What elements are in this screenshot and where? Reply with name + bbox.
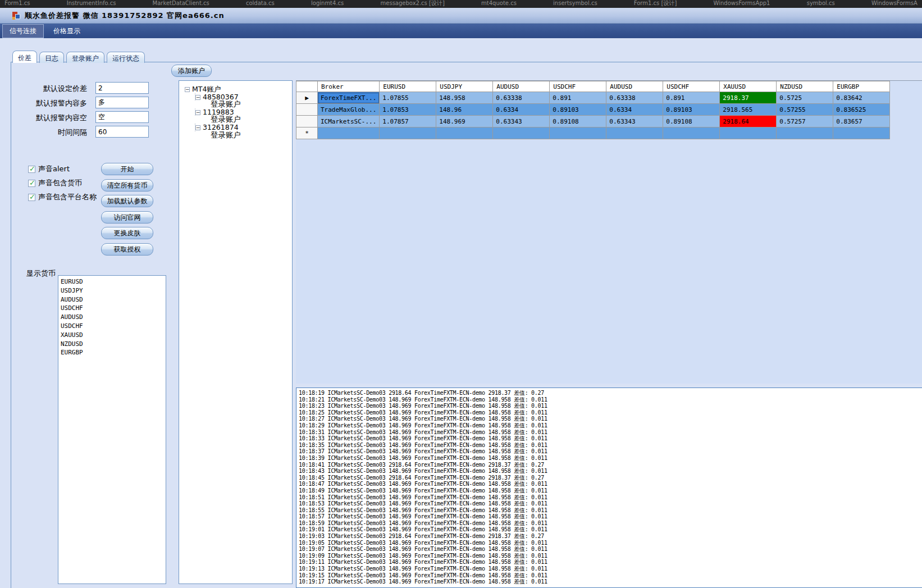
tree-node-account[interactable]: −1119883 (195, 108, 292, 116)
grid-cell[interactable]: 0.6334 (493, 104, 550, 116)
account-tree[interactable]: −MT4账户−48580367登录账户−1119883登录账户−31261874… (179, 80, 293, 584)
grid-cell-empty[interactable] (380, 127, 436, 139)
setting-field-input[interactable] (95, 111, 149, 123)
grid-column-header[interactable]: USDJPY (436, 81, 493, 92)
tree-node-root[interactable]: −MT4账户 (185, 85, 292, 93)
tab-2[interactable]: 登录账户 (66, 52, 104, 63)
collapse-icon[interactable]: − (195, 110, 200, 115)
grid-cell[interactable]: 0.89108 (663, 116, 720, 127)
grid-cell[interactable]: 0.83642 (833, 92, 890, 104)
grid-column-header[interactable]: AUDUSD (493, 81, 550, 92)
setting-field-input[interactable] (95, 82, 149, 94)
grid-cell[interactable]: 1.07857 (380, 116, 436, 127)
grid-cell[interactable]: 0.6334 (606, 104, 663, 116)
grid-cell[interactable]: 0.836525 (833, 104, 890, 116)
grid-cell[interactable]: 0.89108 (550, 116, 606, 127)
sound-checkbox-row[interactable]: ✓声音alert (28, 165, 70, 174)
currency-list-item[interactable]: NZDUSD (61, 340, 163, 349)
tab-1[interactable]: 日志 (39, 52, 64, 63)
grid-cell[interactable]: 0.57255 (777, 104, 833, 116)
grid-cell[interactable]: 148.969 (436, 116, 493, 127)
tree-node-login[interactable]: 登录账户 (211, 131, 292, 139)
tree-node-login[interactable]: 登录账户 (211, 101, 292, 108)
grid-cell[interactable]: 0.63343 (606, 116, 663, 127)
add-account-button[interactable]: 添加账户 (171, 65, 212, 77)
grid-cell-empty[interactable] (606, 127, 663, 139)
grid-cell[interactable]: 0.891 (663, 92, 720, 104)
grid-cell-empty[interactable] (663, 127, 720, 139)
grid-cell[interactable]: 0.83657 (833, 116, 890, 127)
grid-new-row-header[interactable]: * (296, 127, 318, 139)
grid-column-header[interactable]: EURGBP (833, 81, 890, 92)
currency-list-item[interactable]: EURGBP (61, 348, 163, 357)
currency-list-item[interactable]: XAUUSD (61, 331, 163, 340)
grid-column-header[interactable]: Broker (318, 81, 380, 92)
load-default-params-button[interactable]: 加载默认参数 (101, 195, 153, 207)
checkbox-icon[interactable]: ✓ (28, 180, 35, 187)
grid-cell[interactable]: 0.891 (550, 92, 606, 104)
menu-item-signal-connect[interactable]: 信号连接 (2, 24, 44, 38)
setting-field-input[interactable] (95, 97, 149, 108)
price-grid[interactable]: BrokerEURUSDUSDJPYAUDUSDUSDCHFAUDUSDUSDC… (296, 80, 922, 384)
tab-3[interactable]: 运行状态 (107, 52, 145, 63)
visit-website-button[interactable]: 访问官网 (101, 211, 153, 224)
grid-cell[interactable]: 0.63338 (606, 92, 663, 104)
tab-0[interactable]: 价差 (12, 51, 37, 63)
grid-cell[interactable]: 148.96 (436, 104, 493, 116)
collapse-icon[interactable]: − (185, 87, 190, 92)
grid-cell[interactable]: 0.89103 (663, 104, 720, 116)
log-textbox[interactable]: 10:18:19 ICMarketsSC-Demo03 2918.64 Fore… (296, 388, 922, 588)
grid-row-header[interactable]: ▶ (296, 92, 318, 104)
change-skin-button[interactable]: 更换皮肤 (101, 227, 153, 239)
start-button[interactable]: 开始 (101, 163, 153, 175)
grid-cell[interactable]: 2918.565 (720, 104, 777, 116)
tree-node-account[interactable]: −48580367 (195, 93, 292, 101)
grid-row-header[interactable] (296, 104, 318, 116)
tree-node-login[interactable]: 登录账户 (211, 116, 292, 124)
currency-list-item[interactable]: USDCHF (61, 304, 163, 313)
grid-cell[interactable]: 2918.64 (720, 116, 777, 127)
grid-cell[interactable]: 0.89103 (550, 104, 606, 116)
currency-list-item[interactable]: USDJPY (61, 286, 163, 295)
grid-cell[interactable]: 0.57257 (777, 116, 833, 127)
currency-list-item[interactable]: EURUSD (61, 277, 163, 286)
get-authorization-button[interactable]: 获取授权 (101, 243, 153, 256)
grid-column-header[interactable]: USDCHF (663, 81, 720, 92)
grid-column-header[interactable]: EURUSD (380, 81, 436, 92)
checkbox-icon[interactable]: ✓ (28, 166, 35, 173)
grid-column-header[interactable]: AUDUSD (606, 81, 663, 92)
sound-checkbox-row[interactable]: ✓声音包含平台名称 (28, 193, 97, 202)
grid-cell[interactable]: 148.958 (436, 92, 493, 104)
grid-column-header[interactable]: XAUUSD (720, 81, 777, 92)
grid-cell-empty[interactable] (318, 127, 380, 139)
grid-column-header[interactable]: USDCHF (550, 81, 606, 92)
grid-cell[interactable]: TradeMaxGlob... (318, 104, 380, 116)
tree-node-account[interactable]: −31261874 (195, 124, 292, 131)
grid-cell-empty[interactable] (493, 127, 550, 139)
currency-list-item[interactable]: AUDUSD (61, 313, 163, 322)
setting-field-input[interactable] (95, 126, 149, 138)
collapse-icon[interactable]: − (195, 125, 200, 130)
currency-list-item[interactable]: USDCHF (61, 322, 163, 331)
grid-cell[interactable]: 1.07853 (380, 104, 436, 116)
grid-column-header[interactable]: NZDUSD (777, 81, 833, 92)
grid-cell[interactable]: 0.5725 (777, 92, 833, 104)
grid-cell[interactable]: ICMarketsSC-... (318, 116, 380, 127)
grid-cell-empty[interactable] (436, 127, 493, 139)
grid-cell-empty[interactable] (777, 127, 833, 139)
menu-item-price-display[interactable]: 价格显示 (46, 24, 88, 38)
currency-list-item[interactable]: AUDUSD (61, 295, 163, 304)
grid-cell[interactable]: 0.63343 (493, 116, 550, 127)
grid-cell[interactable]: 1.07855 (380, 92, 436, 104)
clear-all-currencies-button[interactable]: 清空所有货币 (101, 179, 153, 192)
grid-cell-empty[interactable] (550, 127, 606, 139)
checkbox-icon[interactable]: ✓ (28, 194, 35, 201)
grid-cell-empty[interactable] (720, 127, 777, 139)
currency-listbox[interactable]: EURUSDUSDJPYAUDUSDUSDCHFAUDUSDUSDCHFXAUU… (58, 275, 166, 584)
grid-row-header[interactable] (296, 116, 318, 127)
collapse-icon[interactable]: − (195, 95, 200, 100)
grid-cell[interactable]: 2918.37 (720, 92, 777, 104)
grid-cell[interactable]: ForexTimeFXT... (318, 92, 380, 104)
sound-checkbox-row[interactable]: ✓声音包含货币 (28, 179, 82, 188)
grid-cell[interactable]: 0.63338 (493, 92, 550, 104)
